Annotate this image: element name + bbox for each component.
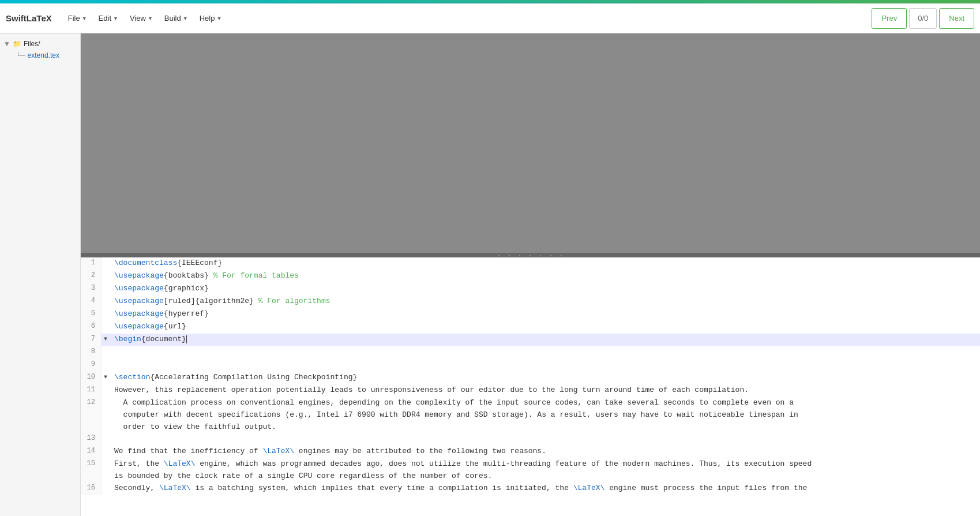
code-line: 6 \usepackage{url} bbox=[81, 321, 980, 334]
line-fold-marker bbox=[102, 270, 110, 283]
code-line-active: 7 ▼ \begin{document} bbox=[81, 334, 980, 346]
line-fold-marker bbox=[102, 359, 110, 372]
expand-icon: ▼ bbox=[3, 40, 10, 48]
menu-edit-label: Edit bbox=[99, 14, 111, 23]
main-area: ▼ 📁 Files/ └─ extend.tex ⋮⋮⋮⋮⋮⋮⋮ 1 \docu… bbox=[0, 33, 980, 516]
line-number: 1 bbox=[81, 257, 102, 270]
next-button[interactable]: Next bbox=[939, 8, 974, 29]
menu-view[interactable]: View ▼ bbox=[124, 10, 159, 26]
line-number: 15 bbox=[81, 458, 102, 483]
menu-build-arrow: ▼ bbox=[183, 16, 188, 21]
line-fold-marker bbox=[102, 321, 110, 334]
tree-root[interactable]: ▼ 📁 Files/ bbox=[0, 38, 80, 50]
line-number: 2 bbox=[81, 270, 102, 283]
menubar: SwiftLaTeX File ▼ Edit ▼ View ▼ Build ▼ … bbox=[0, 3, 980, 33]
line-content bbox=[110, 359, 980, 372]
code-line: 2 \usepackage{booktabs} % For formal tab… bbox=[81, 270, 980, 283]
menu-view-label: View bbox=[130, 14, 146, 23]
menu-help[interactable]: Help ▼ bbox=[194, 10, 228, 26]
code-line: 16 Secondly, \LaTeX\ is a batching syste… bbox=[81, 483, 980, 495]
line-fold-marker bbox=[102, 384, 110, 397]
menu-file-label: File bbox=[68, 14, 80, 23]
line-number: 8 bbox=[81, 346, 102, 359]
line-content: However, this replacement operation pote… bbox=[110, 384, 980, 397]
line-content: \begin{document} bbox=[110, 334, 980, 346]
line-fold-marker[interactable]: ▼ bbox=[102, 334, 110, 346]
line-fold-marker bbox=[102, 308, 110, 321]
prev-button[interactable]: Prev bbox=[872, 8, 907, 29]
line-fold-marker bbox=[102, 283, 110, 296]
line-content: Secondly, \LaTeX\ is a batching system, … bbox=[110, 483, 980, 495]
menu-edit[interactable]: Edit ▼ bbox=[93, 10, 124, 26]
line-number: 6 bbox=[81, 321, 102, 334]
line-number: 16 bbox=[81, 483, 102, 495]
code-line: 15 First, the \LaTeX\ engine, which was … bbox=[81, 458, 980, 483]
tree-root-label: Files/ bbox=[24, 40, 40, 48]
editor-area: ⋮⋮⋮⋮⋮⋮⋮ 1 \documentclass{IEEEconf} 2 \us… bbox=[81, 33, 980, 516]
app-title: SwiftLaTeX bbox=[6, 13, 52, 23]
line-content: \usepackage{hyperref} bbox=[110, 308, 980, 321]
line-content: \usepackage[ruled]{algorithm2e} % For al… bbox=[110, 296, 980, 308]
tree-file-item[interactable]: └─ extend.tex bbox=[0, 50, 80, 61]
code-line: 4 \usepackage[ruled]{algorithm2e} % For … bbox=[81, 296, 980, 308]
line-number: 13 bbox=[81, 433, 102, 446]
line-number: 3 bbox=[81, 283, 102, 296]
code-line: 8 bbox=[81, 346, 980, 359]
code-line: 3 \usepackage{graphicx} bbox=[81, 283, 980, 296]
code-line: 5 \usepackage{hyperref} bbox=[81, 308, 980, 321]
line-number: 10 bbox=[81, 372, 102, 384]
code-line: 10 ▼ \section{Accelerating Compilation U… bbox=[81, 372, 980, 384]
line-number: 11 bbox=[81, 384, 102, 397]
folder-icon: 📁 bbox=[13, 40, 21, 48]
code-editor[interactable]: 1 \documentclass{IEEEconf} 2 \usepackage… bbox=[81, 257, 980, 516]
menu-help-arrow: ▼ bbox=[216, 16, 221, 21]
menu-file[interactable]: File ▼ bbox=[62, 10, 93, 26]
line-number: 14 bbox=[81, 446, 102, 458]
line-fold-marker bbox=[102, 433, 110, 446]
line-content bbox=[110, 433, 980, 446]
nav-buttons: Prev 0/0 Next bbox=[872, 8, 974, 29]
line-fold-marker bbox=[102, 296, 110, 308]
line-number: 4 bbox=[81, 296, 102, 308]
line-fold-marker bbox=[102, 397, 110, 433]
code-line: 12 A complication process on conventiona… bbox=[81, 397, 980, 433]
tree-file-label: extend.tex bbox=[28, 51, 59, 59]
line-number: 7 bbox=[81, 334, 102, 346]
line-fold-marker[interactable]: ▼ bbox=[102, 372, 110, 384]
sidebar: ▼ 📁 Files/ └─ extend.tex bbox=[0, 33, 81, 516]
line-fold-marker bbox=[102, 458, 110, 483]
preview-pane bbox=[81, 33, 980, 253]
line-content: \usepackage{url} bbox=[110, 321, 980, 334]
menu-help-label: Help bbox=[200, 14, 215, 23]
tree-connector-icon: └─ bbox=[16, 52, 25, 59]
line-number: 5 bbox=[81, 308, 102, 321]
drag-handle[interactable]: ⋮⋮⋮⋮⋮⋮⋮ bbox=[81, 253, 980, 257]
menu-build[interactable]: Build ▼ bbox=[159, 10, 194, 26]
code-line: 9 bbox=[81, 359, 980, 372]
menu-file-arrow: ▼ bbox=[82, 16, 87, 21]
code-line: 11 However, this replacement operation p… bbox=[81, 384, 980, 397]
line-content bbox=[110, 346, 980, 359]
line-content: \usepackage{booktabs} % For formal table… bbox=[110, 270, 980, 283]
code-line: 1 \documentclass{IEEEconf} bbox=[81, 257, 980, 270]
line-content: We find that the inefficiency of \LaTeX\… bbox=[110, 446, 980, 458]
line-content: First, the \LaTeX\ engine, which was pro… bbox=[110, 458, 980, 483]
line-content: A complication process on conventional e… bbox=[110, 397, 980, 433]
search-count: 0/0 bbox=[909, 8, 937, 29]
line-fold-marker bbox=[102, 346, 110, 359]
menu-edit-arrow: ▼ bbox=[113, 16, 118, 21]
line-number: 9 bbox=[81, 359, 102, 372]
code-line: 13 bbox=[81, 433, 980, 446]
menu-view-arrow: ▼ bbox=[148, 16, 153, 21]
menu-build-label: Build bbox=[164, 14, 181, 23]
line-fold-marker bbox=[102, 257, 110, 270]
line-content: \usepackage{graphicx} bbox=[110, 283, 980, 296]
line-content: \documentclass{IEEEconf} bbox=[110, 257, 980, 270]
line-number: 12 bbox=[81, 397, 102, 433]
line-content: \section{Accelerating Compilation Using … bbox=[110, 372, 980, 384]
line-fold-marker bbox=[102, 446, 110, 458]
line-fold-marker bbox=[102, 483, 110, 495]
code-line: 14 We find that the inefficiency of \LaT… bbox=[81, 446, 980, 458]
